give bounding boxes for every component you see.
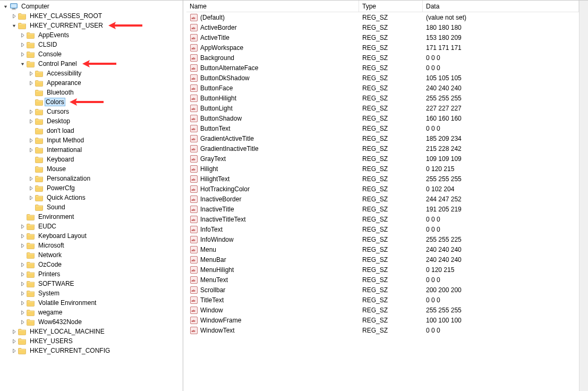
tree-item[interactable]: Appearance xyxy=(1,78,183,88)
column-header-data[interactable]: Data xyxy=(423,1,579,12)
tree-item[interactable]: Input Method xyxy=(1,135,183,145)
expand-icon[interactable] xyxy=(10,12,18,20)
expand-icon[interactable] xyxy=(18,222,27,231)
tree-item[interactable]: Console xyxy=(1,49,183,59)
tree-item[interactable]: Keyboard Layout xyxy=(1,231,183,241)
list-item[interactable]: abInactiveTitleREG_SZ191 205 219 xyxy=(186,204,579,214)
expand-icon[interactable] xyxy=(27,107,35,116)
list-item[interactable]: abBackgroundREG_SZ0 0 0 xyxy=(186,53,579,63)
tree-item[interactable]: HKEY_CLASSES_ROOT xyxy=(1,11,183,21)
list-item[interactable]: abMenuBarREG_SZ240 240 240 xyxy=(186,254,579,265)
tree-item[interactable]: HKEY_LOCAL_MACHINE xyxy=(1,327,183,336)
list-item[interactable]: abButtonLightREG_SZ227 227 227 xyxy=(186,103,579,113)
list-item[interactable]: abButtonFaceREG_SZ240 240 240 xyxy=(186,83,579,93)
list-item[interactable]: abButtonHilightREG_SZ255 255 255 xyxy=(186,93,579,103)
tree-item[interactable]: CLSID xyxy=(1,40,183,49)
list-item[interactable]: abInactiveBorderREG_SZ244 247 252 xyxy=(186,194,579,204)
list-item[interactable]: abWindowTextREG_SZ0 0 0 xyxy=(186,325,579,335)
tree-pane[interactable]: ComputerHKEY_CLASSES_ROOTHKEY_CURRENT_US… xyxy=(0,1,183,391)
expand-icon[interactable] xyxy=(27,79,35,87)
expand-icon[interactable] xyxy=(18,289,27,298)
column-header-type[interactable]: Type xyxy=(359,1,423,12)
expand-icon[interactable] xyxy=(18,40,27,49)
tree-item[interactable]: don't load xyxy=(1,126,183,135)
expand-icon[interactable] xyxy=(27,69,35,78)
expand-icon[interactable] xyxy=(10,327,18,336)
expand-icon[interactable] xyxy=(27,193,35,202)
tree-item[interactable]: Cursors xyxy=(1,107,183,116)
list-item[interactable]: abHotTrackingColorREG_SZ0 102 204 xyxy=(186,184,579,194)
tree-item[interactable]: Computer xyxy=(1,2,183,11)
expand-icon[interactable] xyxy=(18,50,27,58)
tree-item[interactable]: Network xyxy=(1,250,183,260)
tree-item[interactable]: Bluetooth xyxy=(1,88,183,97)
tree-item[interactable]: Control Panel xyxy=(1,59,183,69)
list-item[interactable]: abActiveBorderREG_SZ180 180 180 xyxy=(186,22,579,32)
expand-icon[interactable] xyxy=(18,308,27,317)
expand-icon[interactable] xyxy=(18,270,27,278)
tree-item[interactable]: SOFTWARE xyxy=(1,279,183,288)
tree-item[interactable]: HKEY_CURRENT_CONFIG xyxy=(1,346,183,355)
tree-item[interactable]: Keyboard xyxy=(1,155,183,164)
list-item[interactable]: abInfoTextREG_SZ0 0 0 xyxy=(186,224,579,234)
expand-icon[interactable] xyxy=(10,337,18,345)
list-item[interactable]: abGradientInactiveTitleREG_SZ215 228 242 xyxy=(186,143,579,154)
expand-icon[interactable] xyxy=(10,346,18,355)
list-item[interactable]: abButtonTextREG_SZ0 0 0 xyxy=(186,123,579,133)
list-item[interactable]: abTitleTextREG_SZ0 0 0 xyxy=(186,295,579,305)
expand-icon[interactable] xyxy=(27,146,35,154)
collapse-icon[interactable] xyxy=(18,60,27,68)
expand-icon[interactable] xyxy=(27,184,35,192)
list-item[interactable]: abButtonAlternateFaceREG_SZ0 0 0 xyxy=(186,63,579,73)
list-item[interactable]: abInactiveTitleTextREG_SZ0 0 0 xyxy=(186,214,579,224)
tree-item[interactable]: Printers xyxy=(1,269,183,279)
list-item[interactable]: abHilightTextREG_SZ255 255 255 xyxy=(186,174,579,184)
expand-icon[interactable] xyxy=(18,260,27,269)
list-item[interactable]: abButtonShadowREG_SZ160 160 160 xyxy=(186,113,579,123)
list-item[interactable]: ab(Default)REG_SZ(value not set) xyxy=(186,12,579,22)
tree-item[interactable]: Quick Actions xyxy=(1,193,183,202)
tree-item[interactable]: Desktop xyxy=(1,116,183,126)
list-item[interactable]: abGradientActiveTitleREG_SZ185 209 234 xyxy=(186,133,579,143)
list-item[interactable]: abScrollbarREG_SZ200 200 200 xyxy=(186,285,579,295)
expand-icon[interactable] xyxy=(18,318,27,326)
collapse-icon[interactable] xyxy=(1,2,10,11)
tree-item[interactable]: Mouse xyxy=(1,164,183,174)
list-item[interactable]: abMenuREG_SZ240 240 240 xyxy=(186,244,579,254)
tree-item[interactable]: HKEY_CURRENT_USER xyxy=(1,21,183,30)
list-item[interactable]: abActiveTitleREG_SZ153 180 209 xyxy=(186,32,579,42)
expand-icon[interactable] xyxy=(18,31,27,39)
list-item[interactable]: abGrayTextREG_SZ109 109 109 xyxy=(186,154,579,164)
list-item[interactable]: abAppWorkspaceREG_SZ171 171 171 xyxy=(186,42,579,53)
tree-item[interactable]: AppEvents xyxy=(1,30,183,40)
expand-icon[interactable] xyxy=(27,117,35,125)
expand-icon[interactable] xyxy=(27,136,35,144)
collapse-icon[interactable] xyxy=(10,21,18,30)
list-item[interactable]: abHilightREG_SZ0 120 215 xyxy=(186,164,579,174)
list-item[interactable]: abButtonDkShadowREG_SZ105 105 105 xyxy=(186,73,579,83)
tree-item[interactable]: OzCode xyxy=(1,260,183,269)
value-list-pane[interactable]: Name Type Data ab(Default)REG_SZ(value n… xyxy=(186,1,579,391)
expand-icon[interactable] xyxy=(18,299,27,307)
tree-item[interactable]: Microsoft xyxy=(1,241,183,250)
expand-icon[interactable] xyxy=(18,232,27,240)
scrollbar-vertical[interactable] xyxy=(579,1,588,391)
tree-item[interactable]: System xyxy=(1,288,183,298)
list-item[interactable]: abMenuTextREG_SZ0 0 0 xyxy=(186,275,579,285)
tree-item[interactable]: EUDC xyxy=(1,222,183,231)
tree-item[interactable]: Wow6432Node xyxy=(1,317,183,327)
tree-item[interactable]: HKEY_USERS xyxy=(1,336,183,346)
tree-item[interactable]: PowerCfg xyxy=(1,183,183,193)
tree-item[interactable]: Accessibility xyxy=(1,69,183,78)
tree-item[interactable]: wegame xyxy=(1,308,183,317)
list-item[interactable]: abWindowREG_SZ255 255 255 xyxy=(186,305,579,315)
expand-icon[interactable] xyxy=(27,174,35,183)
list-item[interactable]: abInfoWindowREG_SZ255 255 225 xyxy=(186,234,579,244)
list-item[interactable]: abWindowFrameREG_SZ100 100 100 xyxy=(186,315,579,325)
tree-item[interactable]: Sound xyxy=(1,202,183,212)
tree-item[interactable]: International xyxy=(1,145,183,155)
expand-icon[interactable] xyxy=(18,241,27,250)
list-item[interactable]: abMenuHilightREG_SZ0 120 215 xyxy=(186,265,579,275)
tree-item[interactable]: Personalization xyxy=(1,174,183,183)
tree-item[interactable]: Environment xyxy=(1,212,183,222)
